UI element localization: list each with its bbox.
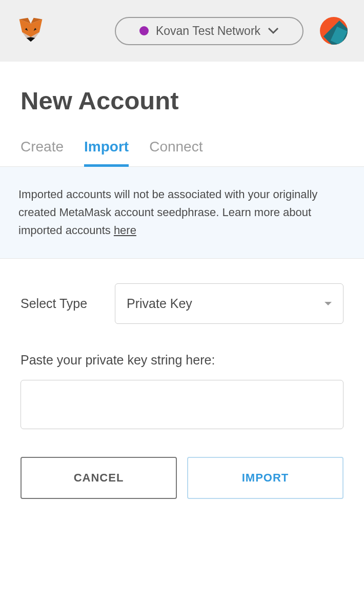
select-type-dropdown[interactable]: Private Key [115, 283, 343, 324]
select-type-row: Select Type Private Key [21, 283, 343, 324]
network-selector[interactable]: Kovan Test Network [115, 17, 304, 45]
select-type-value: Private Key [127, 296, 192, 311]
private-key-label: Paste your private key string here: [21, 353, 343, 368]
import-button[interactable]: IMPORT [187, 457, 343, 499]
caret-down-icon [325, 302, 332, 305]
account-avatar[interactable] [320, 17, 348, 45]
action-buttons: CANCEL IMPORT [0, 429, 364, 499]
network-label: Kovan Test Network [156, 24, 260, 38]
info-text: Imported accounts will not be associated… [18, 188, 317, 237]
page-title: New Account [0, 62, 364, 133]
private-key-input[interactable] [21, 380, 343, 429]
metamask-fox-logo [16, 16, 45, 45]
tab-connect[interactable]: Connect [149, 133, 203, 167]
svg-marker-5 [27, 37, 35, 42]
tabs-row: Create Import Connect [0, 133, 364, 167]
tab-import[interactable]: Import [84, 133, 129, 167]
learn-more-link[interactable]: here [114, 224, 136, 237]
tab-create[interactable]: Create [21, 133, 64, 167]
select-type-label: Select Type [21, 296, 103, 311]
svg-marker-0 [19, 20, 43, 37]
import-form: Select Type Private Key Paste your priva… [0, 259, 364, 429]
info-banner: Imported accounts will not be associated… [0, 167, 364, 259]
chevron-down-icon [268, 25, 279, 37]
cancel-button[interactable]: CANCEL [21, 457, 177, 499]
app-header: Kovan Test Network [0, 0, 364, 62]
network-status-dot [139, 26, 149, 35]
